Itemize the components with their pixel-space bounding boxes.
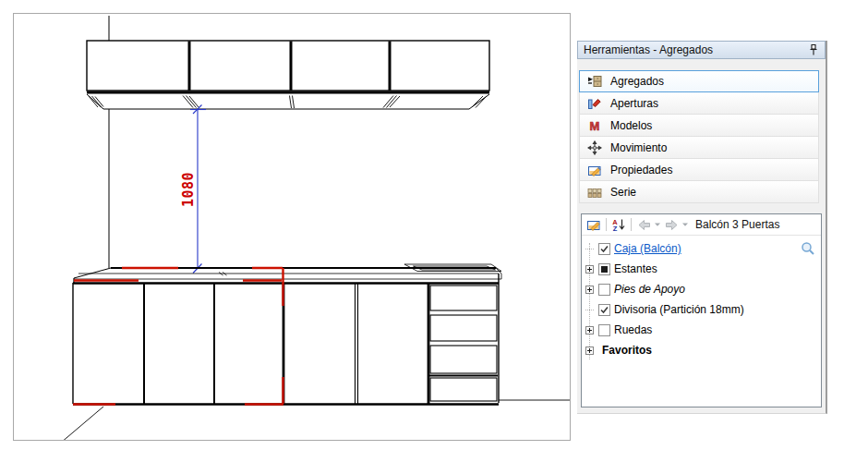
checkbox-divisoria[interactable] — [598, 304, 610, 316]
forward-button[interactable] — [663, 217, 681, 233]
expand-icon[interactable] — [585, 265, 598, 274]
checkbox-ruedas[interactable] — [598, 324, 610, 336]
nav-item-propiedades[interactable]: Propiedades — [579, 159, 819, 181]
svg-text:Z: Z — [613, 225, 618, 232]
nav-item-serie[interactable]: Serie — [579, 181, 819, 203]
wall-cabinets[interactable] — [87, 41, 489, 109]
dimension-text: 1080 — [180, 172, 197, 207]
checkbox-pies-de-apoyo[interactable] — [598, 284, 610, 296]
properties-button[interactable] — [585, 216, 602, 233]
checkbox-estantes[interactable] — [598, 263, 610, 275]
selected-cabinet-highlight — [73, 268, 283, 405]
modelos-icon: M — [587, 118, 606, 133]
expand-icon[interactable] — [585, 286, 598, 294]
tree-connector — [585, 249, 598, 249]
search-icon[interactable] — [801, 241, 815, 256]
toolbar-separator — [631, 218, 632, 231]
aggregates-tree-box: A Z — [581, 213, 822, 407]
tool-nav: Agregados Aperturas M Modelos — [579, 70, 819, 203]
back-button[interactable] — [635, 217, 653, 233]
back-dropdown-icon[interactable] — [654, 222, 661, 227]
app-window: { "panel": { "title": "Herramientas - Ag… — [0, 0, 868, 450]
movimiento-icon — [587, 140, 606, 155]
nav-label: Agregados — [610, 75, 664, 88]
tree-label[interactable]: Pies de Apoyo — [614, 283, 685, 296]
dimension-1080[interactable]: 1080 — [180, 105, 206, 274]
panel-header[interactable]: Herramientas - Agregados — [577, 41, 826, 59]
nav-label: Modelos — [610, 119, 652, 132]
tool-panel: Herramientas - Agregados Agregado — [577, 41, 827, 414]
tree-item-caja-balcon[interactable]: Caja (Balcón) — [582, 238, 821, 259]
nav-label: Propiedades — [610, 164, 672, 176]
forward-dropdown-icon[interactable] — [681, 222, 689, 227]
tree-label[interactable]: Ruedas — [614, 323, 652, 336]
tree-label[interactable]: Favoritos — [602, 344, 652, 357]
tree-item-favoritos[interactable]: Favoritos — [582, 340, 821, 360]
tree-label[interactable]: Divisoria (Partición 18mm) — [614, 303, 744, 316]
nav-label: Serie — [610, 186, 636, 199]
tree-connector — [585, 310, 598, 310]
tree-item-estantes[interactable]: Estantes — [582, 259, 821, 279]
tree-toolbar: A Z — [582, 214, 821, 236]
expand-icon[interactable] — [585, 347, 598, 355]
checkbox-caja-balcon[interactable] — [598, 243, 610, 255]
current-selection-label: Balcón 3 Puertas — [695, 218, 779, 231]
tree-label[interactable]: Estantes — [614, 262, 657, 275]
nav-label: Aperturas — [610, 97, 658, 110]
tree-item-pies-de-apoyo[interactable]: Pies de Apoyo — [582, 279, 821, 299]
drawer-unit[interactable] — [429, 274, 499, 403]
drawing-canvas[interactable]: 1080 — [13, 13, 571, 441]
toolbar-separator — [606, 218, 607, 231]
pin-icon[interactable] — [808, 43, 819, 56]
nav-item-aperturas[interactable]: Aperturas — [579, 92, 819, 115]
tree-item-ruedas[interactable]: Ruedas — [582, 320, 821, 340]
propiedades-icon — [587, 163, 606, 177]
tree-item-divisoria[interactable]: Divisoria (Partición 18mm) — [582, 299, 821, 320]
room-lines — [61, 16, 109, 440]
expand-icon[interactable] — [585, 326, 598, 334]
aperturas-icon — [587, 96, 606, 111]
nav-item-modelos[interactable]: M Modelos — [579, 115, 819, 137]
elevation-drawing: 1080 — [14, 14, 570, 440]
serie-icon — [587, 185, 606, 200]
components-tree: Caja (Balcón) Estantes — [582, 236, 821, 360]
base-cabinets[interactable] — [73, 274, 570, 405]
nav-item-movimiento[interactable]: Movimiento — [579, 137, 819, 159]
sort-az-button[interactable]: A Z — [610, 216, 627, 233]
nav-item-agregados[interactable]: Agregados — [579, 70, 819, 92]
panel-title: Herramientas - Agregados — [584, 43, 713, 56]
agregados-icon — [587, 74, 606, 89]
svg-text:M: M — [590, 118, 600, 132]
tree-label[interactable]: Caja (Balcón) — [614, 242, 681, 255]
nav-label: Movimiento — [610, 141, 667, 154]
